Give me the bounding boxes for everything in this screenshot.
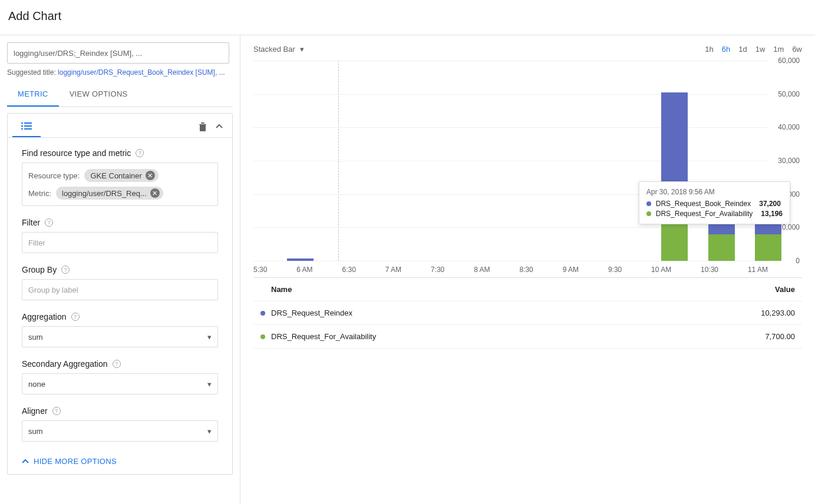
help-icon[interactable]: ? — [113, 360, 121, 368]
legend-table: Name Value DRS_Request_Reindex10,293.00D… — [253, 278, 802, 349]
x-tick-label: 7 AM — [385, 266, 401, 274]
tab-metric[interactable]: METRIC — [7, 82, 59, 107]
chart-plot[interactable]: Apr 30, 2018 9:56 AM DRS_Request_Book_Re… — [253, 61, 768, 261]
range-option[interactable]: 1w — [755, 45, 765, 54]
x-tick-label: 8 AM — [474, 266, 490, 274]
help-icon[interactable]: ? — [45, 218, 53, 227]
chart-tooltip: Apr 30, 2018 9:56 AM DRS_Request_Book_Re… — [639, 181, 790, 224]
help-icon[interactable]: ? — [61, 266, 70, 274]
bar[interactable] — [661, 92, 688, 261]
chart-type-select[interactable]: Stacked Bar ▾ — [253, 45, 304, 54]
x-tick-label: 9 AM — [563, 266, 579, 274]
series-dot-icon — [260, 311, 265, 316]
svg-rect-4 — [21, 128, 23, 130]
tab-view-options[interactable]: VIEW OPTIONS — [59, 82, 138, 107]
help-icon[interactable]: ? — [136, 149, 144, 157]
help-icon[interactable]: ? — [71, 313, 80, 321]
secondary-aggregation-select[interactable]: none▾ — [22, 373, 218, 394]
bar[interactable] — [755, 221, 781, 261]
aggregation-select[interactable]: sum▾ — [22, 326, 218, 347]
metric-card: Find resource type and metric ? Resource… — [7, 113, 233, 475]
svg-rect-2 — [21, 125, 23, 127]
secondary-aggregation-label: Secondary Aggregation — [22, 359, 108, 369]
x-tick-label: 7:30 — [431, 266, 444, 274]
series-dot-icon — [260, 334, 265, 339]
filter-label: Filter — [22, 218, 40, 227]
y-tick-label: 40,000 — [778, 123, 800, 131]
svg-rect-5 — [24, 128, 32, 130]
x-tick-label: 10 AM — [651, 266, 671, 274]
range-option[interactable]: 1h — [705, 45, 713, 54]
resource-type-label: Resource type: — [28, 171, 80, 180]
metric-label: Metric: — [28, 189, 51, 198]
x-tick-label: 10:30 — [701, 266, 718, 274]
time-range-picker: 1h6h1d1w1m6w — [705, 45, 802, 54]
svg-rect-1 — [24, 122, 32, 124]
config-panel: Suggested title: logging/user/DRS_Reques… — [0, 35, 240, 504]
page-title: Add Chart — [0, 0, 815, 35]
legend-name-header: Name — [260, 285, 724, 294]
x-tick-label: 6 AM — [296, 266, 312, 274]
groupby-label: Group By — [22, 265, 57, 274]
aligner-select[interactable]: sum▾ — [22, 420, 218, 442]
x-tick-label: 8:30 — [519, 266, 533, 274]
suggested-title-link[interactable]: logging/user/DRS_Request_Book_Reindex [S… — [58, 68, 225, 77]
collapse-icon[interactable] — [211, 118, 227, 135]
series-dot-icon — [646, 211, 651, 216]
find-resource-label: Find resource type and metric — [22, 148, 131, 158]
suggested-title: Suggested title: logging/user/DRS_Reques… — [7, 68, 233, 77]
x-tick-label: 9:30 — [608, 266, 622, 274]
range-option[interactable]: 1d — [738, 45, 747, 54]
y-tick-label: 50,000 — [778, 90, 800, 98]
legend-row[interactable]: DRS_Request_For_Availability7,700.00 — [253, 325, 802, 349]
aggregation-label: Aggregation — [22, 312, 67, 321]
filter-input[interactable] — [22, 232, 218, 253]
help-icon[interactable]: ? — [52, 407, 61, 415]
svg-rect-0 — [21, 122, 23, 124]
resource-metric-box[interactable]: Resource type: GKE Container ✕ Metric: l… — [22, 163, 218, 206]
legend-value-header: Value — [724, 285, 795, 294]
close-icon[interactable]: ✕ — [146, 171, 155, 180]
hide-more-options-button[interactable]: HIDE MORE OPTIONS — [22, 457, 117, 466]
legend-row[interactable]: DRS_Request_Reindex10,293.00 — [253, 301, 802, 325]
aligner-label: Aligner — [22, 406, 48, 416]
metric-list-icon[interactable] — [12, 116, 41, 137]
close-icon[interactable]: ✕ — [150, 188, 160, 198]
x-axis: 5:306 AM6:307 AM7:308 AM8:309 AM9:3010 A… — [253, 266, 768, 274]
metric-chip[interactable]: logging/user/DRS_Req... ✕ — [56, 187, 163, 200]
x-tick-label: 5:30 — [253, 266, 267, 274]
chart-title-input[interactable] — [7, 42, 229, 64]
range-option[interactable]: 6w — [792, 45, 802, 54]
range-option[interactable]: 6h — [722, 45, 730, 54]
chart-panel: Stacked Bar ▾ 1h6h1d1w1m6w Apr 30, 2018 … — [240, 35, 815, 504]
x-tick-label: 11 AM — [748, 266, 768, 274]
y-tick-label: 60,000 — [778, 57, 800, 65]
y-tick-label: 30,000 — [778, 157, 800, 165]
series-dot-icon — [646, 201, 651, 206]
chevron-down-icon: ▾ — [300, 45, 304, 54]
bar[interactable] — [287, 258, 314, 261]
y-tick-label: 0 — [796, 257, 800, 265]
groupby-input[interactable] — [22, 279, 218, 300]
delete-icon[interactable] — [194, 118, 211, 135]
range-option[interactable]: 1m — [773, 45, 784, 54]
resource-type-chip[interactable]: GKE Container ✕ — [84, 169, 158, 182]
x-tick-label: 6:30 — [342, 266, 355, 274]
svg-rect-3 — [24, 125, 32, 127]
